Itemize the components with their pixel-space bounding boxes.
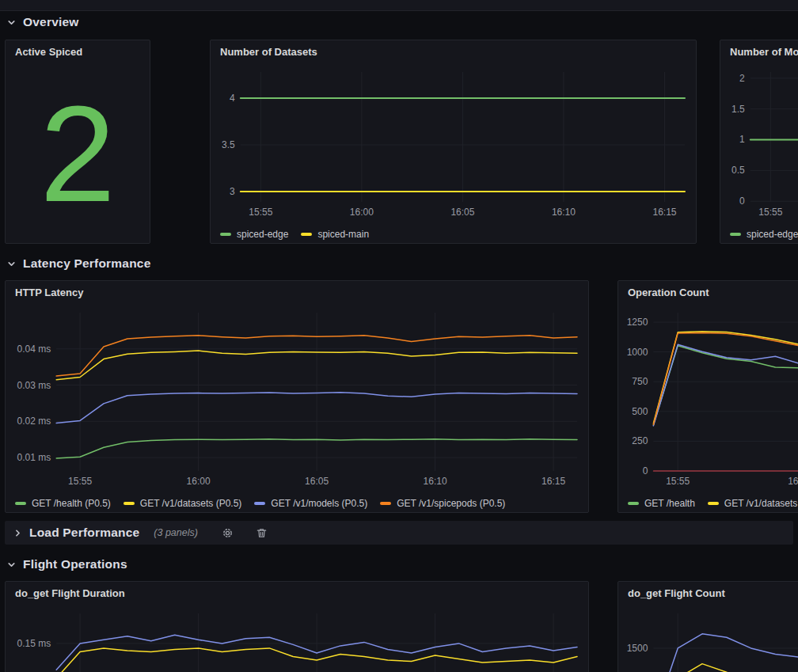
legend: spiced-edgespiced-main [211, 222, 696, 243]
top-toolbar [0, 0, 798, 11]
svg-text:16:15: 16:15 [652, 207, 676, 218]
legend-series-chip [708, 502, 719, 505]
trash-icon[interactable] [256, 527, 268, 539]
svg-text:0.5: 0.5 [732, 165, 745, 176]
svg-text:2: 2 [739, 73, 745, 84]
svg-text:16:15: 16:15 [542, 476, 565, 487]
panel-do-get-flight-count: do_get Flight Count 15:5516:0016:0516:10… [618, 581, 798, 672]
svg-text:500: 500 [632, 406, 648, 417]
svg-text:3.5: 3.5 [222, 139, 235, 150]
svg-text:750: 750 [632, 376, 648, 387]
legend: GET /health (P0.5)GET /v1/datasets (P0.5… [6, 492, 588, 512]
panel-title[interactable]: do_get Flight Duration [6, 582, 588, 606]
panel-title[interactable]: Number of Models [720, 40, 798, 64]
svg-text:0.02 ms: 0.02 ms [17, 416, 51, 427]
svg-text:3: 3 [230, 186, 235, 197]
panel-number-of-models: Number of Models 15:5516:0016:0516:1016:… [720, 40, 798, 244]
panel-http-latency: HTTP Latency 15:5516:0016:0516:1016:150.… [5, 280, 589, 513]
svg-text:15:55: 15:55 [666, 476, 690, 487]
legend-series-chip [730, 233, 741, 236]
panel-active-spiced: Active Spiced 2 [5, 40, 150, 244]
datasets-chart[interactable]: 15:5516:0016:0516:1016:1533.54 [211, 64, 696, 222]
section-header-latency-performance[interactable]: Latency Performance [6, 254, 150, 273]
svg-text:1250: 1250 [627, 317, 648, 328]
gear-icon[interactable] [222, 527, 234, 539]
svg-text:0.15 ms: 0.15 ms [17, 638, 51, 649]
stat-wrap: 2 [6, 64, 150, 243]
section-title: Latency Performance [23, 256, 150, 271]
section-title: Flight Operations [23, 557, 127, 571]
panel-title[interactable]: Active Spiced [6, 40, 150, 64]
section-title: Load Performance [29, 526, 139, 540]
legend-series-label: GET /v1/models (P0.5) [271, 498, 367, 509]
panel-operation-count: Operation Count 15:5516:0016:0516:1016:1… [618, 280, 798, 513]
svg-text:1000: 1000 [627, 347, 648, 358]
operation-count-chart[interactable]: 15:5516:0016:0516:1016:15025050075010001… [618, 305, 798, 492]
section-title: Overview [23, 15, 79, 29]
stat-value: 2 [40, 85, 116, 222]
legend-series-chip [628, 502, 639, 505]
legend-item[interactable]: GET /v1/datasets [708, 498, 798, 509]
svg-text:1500: 1500 [627, 643, 648, 654]
panel-do-get-flight-duration: do_get Flight Duration 15:5516:0016:0516… [5, 581, 589, 672]
svg-text:15:55: 15:55 [758, 207, 782, 218]
chevron-down-icon [6, 259, 17, 269]
legend-series-chip [254, 502, 265, 505]
section-header-flight-operations[interactable]: Flight Operations [6, 555, 127, 574]
svg-text:15:55: 15:55 [68, 476, 92, 487]
svg-text:16:05: 16:05 [450, 207, 474, 218]
legend-series-label: GET /v1/datasets (P0.5) [140, 498, 242, 509]
models-chart[interactable]: 15:5516:0016:0516:1016:1500.511.52 [720, 64, 798, 222]
panel-title[interactable]: HTTP Latency [6, 281, 588, 305]
legend-series-label: GET /v1/datasets [724, 498, 798, 509]
legend-item[interactable]: GET /v1/spicepods (P0.5) [380, 498, 505, 509]
legend: GET /healthGET /v1/datasets [618, 492, 798, 512]
legend: spiced-edge [720, 222, 798, 243]
legend-series-chip [124, 502, 135, 505]
http-latency-chart[interactable]: 15:5516:0016:0516:1016:150.01 ms0.02 ms0… [6, 305, 588, 492]
svg-text:16:10: 16:10 [424, 476, 447, 487]
panels-count: (3 panels) [154, 527, 198, 538]
legend-item[interactable]: GET /v1/datasets (P0.5) [124, 498, 242, 509]
svg-text:0.01 ms: 0.01 ms [17, 452, 51, 463]
legend-series-label: spiced-main [317, 229, 369, 240]
legend-item[interactable]: spiced-edge [730, 229, 798, 240]
legend-series-label: GET /v1/spicepods (P0.5) [397, 498, 505, 509]
legend-series-chip [301, 233, 312, 236]
legend-series-label: spiced-edge [237, 229, 288, 240]
legend-series-chip [380, 502, 391, 505]
legend-item[interactable]: GET /health [628, 498, 695, 509]
svg-text:0.04 ms: 0.04 ms [17, 344, 51, 355]
panel-title[interactable]: Number of Datasets [211, 40, 696, 64]
flight-duration-chart[interactable]: 15:5516:0016:0516:1016:150.05 ms0.10 ms0… [6, 606, 588, 672]
flight-count-chart[interactable]: 15:5516:0016:0516:1016:1550010001500 [618, 606, 798, 672]
legend-series-label: GET /health (P0.5) [32, 498, 111, 509]
panel-number-of-datasets: Number of Datasets 15:5516:0016:0516:101… [210, 40, 697, 244]
svg-text:16:00: 16:00 [187, 476, 211, 487]
chevron-down-icon [6, 560, 17, 570]
svg-text:1: 1 [739, 134, 745, 145]
svg-text:15:55: 15:55 [249, 207, 272, 218]
section-header-overview[interactable]: Overview [6, 13, 79, 32]
legend-item[interactable]: spiced-main [301, 229, 369, 240]
legend-item[interactable]: GET /health (P0.5) [15, 498, 111, 509]
svg-text:4: 4 [230, 93, 235, 104]
svg-text:0: 0 [739, 196, 745, 207]
svg-text:250: 250 [632, 435, 648, 446]
legend-series-label: spiced-edge [747, 229, 798, 240]
panel-title[interactable]: Operation Count [618, 281, 798, 305]
chevron-right-icon [13, 528, 23, 538]
panel-title[interactable]: do_get Flight Count [618, 582, 798, 606]
svg-text:16:00: 16:00 [788, 476, 798, 487]
legend-series-label: GET /health [644, 498, 695, 509]
svg-text:16:00: 16:00 [350, 207, 374, 218]
svg-text:0.03 ms: 0.03 ms [17, 380, 51, 391]
legend-item[interactable]: spiced-edge [220, 229, 288, 240]
svg-text:16:05: 16:05 [305, 476, 329, 487]
legend-item[interactable]: GET /v1/models (P0.5) [254, 498, 367, 509]
section-header-load-performance[interactable]: Load Performance (3 panels) [5, 521, 793, 545]
chevron-down-icon [6, 17, 17, 28]
legend-series-chip [220, 233, 231, 236]
svg-text:1.5: 1.5 [732, 104, 745, 115]
svg-text:16:10: 16:10 [552, 207, 576, 218]
